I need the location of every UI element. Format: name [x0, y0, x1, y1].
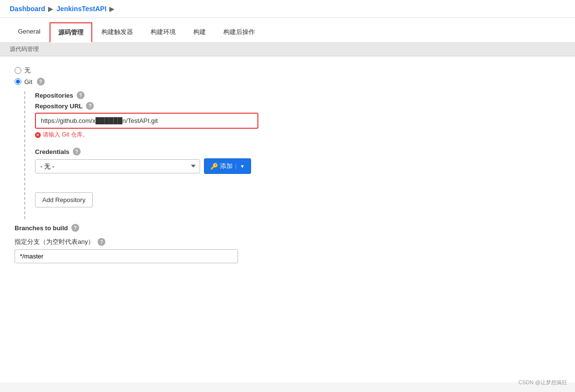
repo-url-field-group: Repository URL ? ✕ 请输入 Git 仓库。: [35, 102, 565, 139]
branch-specifier-label: 指定分支（为空时代表any） ?: [15, 238, 565, 246]
branches-header: Branches to build ?: [15, 224, 565, 232]
tab-general[interactable]: General: [10, 22, 49, 43]
add-repository-button[interactable]: Add Repository: [35, 192, 93, 207]
credentials-help-icon[interactable]: ?: [73, 148, 81, 155]
branch-specifier-input[interactable]: [15, 249, 238, 263]
radio-git[interactable]: Git ?: [15, 78, 565, 85]
tab-build-trigger[interactable]: 构建触发器: [93, 22, 141, 43]
main-content: General 源码管理 构建触发器 构建环境 构建 构建后操作 源代码管理 无…: [0, 18, 575, 382]
repositories-help-icon[interactable]: ?: [77, 91, 85, 99]
radio-none[interactable]: 无: [15, 66, 565, 75]
radio-input-none[interactable]: [15, 67, 21, 74]
credentials-row: - 无 - 🔑 添加 ▼: [35, 158, 565, 174]
breadcrumb-sep-1: ▶: [48, 5, 53, 13]
tab-source-mgmt[interactable]: 源码管理: [50, 22, 92, 43]
breadcrumb-jenkins-test-api[interactable]: JenkinsTestAPI: [56, 5, 106, 13]
branches-help-icon[interactable]: ?: [71, 224, 79, 232]
repo-url-input-wrapper: [35, 113, 258, 129]
git-help-icon[interactable]: ?: [37, 78, 45, 85]
repo-url-error: ✕ 请输入 Git 仓库。: [35, 131, 565, 139]
radio-label-none: 无: [24, 66, 31, 75]
credentials-select[interactable]: - 无 -: [35, 159, 200, 173]
watermark: CSDN @让梦想疯狂: [519, 379, 567, 382]
radio-input-git[interactable]: [15, 78, 21, 85]
branches-section: Branches to build ? 指定分支（为空时代表any） ?: [15, 224, 565, 263]
section-label: 源代码管理: [0, 43, 575, 56]
breadcrumb-sep-2: ▶: [109, 5, 115, 13]
repositories-section: Repositories ? Repository URL ? ✕ 请输入 Gi…: [24, 91, 565, 219]
error-text: 请输入 Git 仓库。: [43, 131, 88, 139]
tabs-bar: General 源码管理 构建触发器 构建环境 构建 构建后操作: [0, 18, 575, 43]
repositories-label: Repositories ?: [35, 91, 565, 99]
breadcrumb: Dashboard ▶ JenkinsTestAPI ▶: [0, 0, 575, 18]
add-btn-label: 添加: [220, 162, 233, 170]
branch-specifier-help-icon[interactable]: ?: [98, 238, 105, 246]
repo-url-input[interactable]: [36, 114, 257, 128]
credentials-label: Credentials ?: [35, 148, 565, 155]
branch-specifier-group: 指定分支（为空时代表any） ?: [15, 238, 565, 263]
repo-url-label: Repository URL ?: [35, 102, 565, 110]
radio-group-scm: 无 Git ?: [15, 66, 565, 85]
tab-build-env[interactable]: 构建环境: [142, 22, 184, 43]
breadcrumb-dashboard[interactable]: Dashboard: [10, 5, 45, 13]
add-btn-caret-icon[interactable]: ▼: [236, 164, 245, 169]
add-credentials-button[interactable]: 🔑 添加 ▼: [204, 158, 251, 174]
credentials-field-group: Credentials ? - 无 - 🔑 添加 ▼: [35, 148, 565, 174]
key-icon: 🔑: [210, 163, 218, 170]
tab-build[interactable]: 构建: [185, 22, 214, 43]
error-dot-icon: ✕: [35, 132, 41, 138]
repo-url-help-icon[interactable]: ?: [86, 102, 94, 110]
radio-label-git: Git: [24, 78, 33, 85]
content-body: 无 Git ? Repositories ? Repository URL ?: [0, 56, 575, 282]
tab-post-build[interactable]: 构建后操作: [215, 22, 263, 43]
